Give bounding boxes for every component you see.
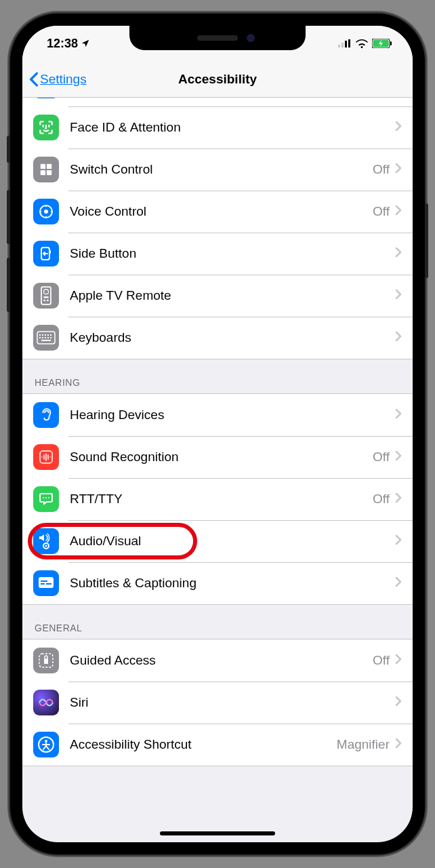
faceid-icon — [33, 115, 59, 140]
wifi-icon — [356, 39, 368, 48]
svg-point-33 — [45, 497, 47, 498]
chevron-right-icon — [395, 247, 413, 260]
settings-row-audio-visual[interactable]: Audio/Visual — [22, 520, 413, 562]
svg-rect-40 — [41, 580, 47, 582]
row-label: Sound Recognition — [70, 450, 373, 465]
switch-icon — [33, 157, 59, 182]
settings-row-guided-access[interactable]: Guided AccessOff — [22, 639, 413, 682]
chevron-right-icon — [395, 289, 413, 302]
settings-row-keyboards[interactable]: Keyboards — [22, 317, 413, 359]
chevron-right-icon — [395, 576, 413, 590]
settings-row-accessibility-shortcut[interactable]: Accessibility ShortcutMagnifier — [22, 724, 413, 766]
location-icon — [81, 39, 90, 48]
svg-rect-9 — [41, 170, 45, 175]
svg-rect-8 — [47, 164, 51, 169]
settings-row-sound-recognition[interactable]: Sound RecognitionOff — [22, 436, 413, 478]
svg-rect-28 — [47, 337, 49, 338]
home-indicator[interactable] — [160, 831, 275, 835]
svg-rect-39 — [46, 583, 51, 585]
svg-rect-0 — [338, 45, 340, 47]
svg-rect-18 — [47, 300, 48, 301]
row-value: Magnifier — [337, 737, 390, 752]
svg-point-32 — [43, 497, 44, 498]
svg-rect-17 — [44, 300, 45, 301]
chevron-right-icon — [395, 331, 413, 344]
svg-rect-3 — [348, 39, 350, 47]
tv-icon — [33, 283, 59, 309]
chevron-right-icon — [395, 408, 413, 422]
svg-rect-30 — [41, 340, 51, 341]
row-label: Guided Access — [70, 653, 373, 668]
section-header: GENERAL — [22, 605, 413, 639]
svg-rect-7 — [41, 164, 45, 169]
settings-row-apple-tv-remote[interactable]: Apple TV Remote — [22, 275, 413, 317]
audiovisual-icon — [33, 528, 59, 554]
battery-charging-icon — [372, 39, 392, 48]
settings-row-rtt-tty[interactable]: RTT/TTYOff — [22, 478, 413, 520]
svg-rect-22 — [45, 334, 46, 336]
svg-rect-27 — [45, 337, 46, 338]
guided-icon — [33, 648, 59, 673]
svg-point-12 — [44, 210, 48, 214]
row-label: RTT/TTY — [70, 492, 373, 507]
svg-rect-26 — [42, 337, 43, 338]
svg-rect-23 — [47, 334, 49, 336]
row-value: Off — [373, 492, 390, 507]
svg-point-45 — [45, 740, 47, 743]
siri-icon — [33, 690, 59, 715]
settings-row-hearing-devices[interactable]: Hearing Devices — [22, 394, 413, 436]
row-label: Switch Control — [70, 162, 373, 177]
settings-row-voice-control[interactable]: Voice ControlOff — [22, 191, 413, 233]
svg-rect-10 — [47, 170, 51, 175]
settings-row-switch-control[interactable]: Switch ControlOff — [22, 149, 413, 191]
row-label: Side Button — [70, 246, 395, 261]
svg-rect-24 — [50, 334, 51, 336]
svg-rect-37 — [39, 577, 54, 588]
ear-icon — [33, 402, 59, 428]
chevron-right-icon — [395, 121, 413, 134]
row-label: Apple TV Remote — [70, 288, 395, 303]
row-value: Off — [373, 450, 390, 465]
settings-row-side-button[interactable]: Side Button — [22, 233, 413, 275]
touch-icon — [33, 98, 59, 98]
shortcut-icon — [33, 732, 59, 757]
row-label: Accessibility Shortcut — [70, 737, 337, 752]
keyboard-icon — [33, 325, 59, 351]
section-header: HEARING — [22, 359, 413, 393]
svg-point-15 — [44, 290, 49, 294]
side-icon — [33, 241, 59, 267]
settings-list[interactable]: TouchFace ID & AttentionSwitch ControlOf… — [22, 98, 413, 842]
chevron-right-icon — [395, 163, 413, 176]
subtitles-icon — [33, 570, 59, 596]
status-time: 12:38 — [47, 37, 78, 51]
settings-row-face-id-attention[interactable]: Face ID & Attention — [22, 106, 413, 149]
cellular-icon — [338, 39, 352, 47]
svg-point-36 — [45, 545, 47, 547]
row-label: Voice Control — [70, 204, 373, 219]
row-value: Off — [373, 653, 390, 668]
navigation-bar: Settings Accessibility — [22, 61, 413, 98]
row-label: Siri — [70, 695, 395, 710]
back-label: Settings — [40, 72, 87, 87]
chevron-right-icon — [395, 654, 413, 667]
settings-row-siri[interactable]: Siri — [22, 682, 413, 724]
chevron-right-icon — [395, 696, 413, 709]
row-label: Face ID & Attention — [70, 120, 395, 135]
chevron-right-icon — [395, 205, 413, 218]
chevron-right-icon — [395, 450, 413, 464]
svg-rect-25 — [39, 337, 41, 338]
settings-row-subtitles-captioning[interactable]: Subtitles & Captioning — [22, 562, 413, 604]
svg-rect-16 — [44, 296, 49, 298]
rtt-icon — [33, 486, 59, 512]
svg-rect-20 — [39, 334, 41, 336]
row-value: Off — [373, 204, 390, 219]
chevron-right-icon — [395, 492, 413, 506]
settings-row-touch[interactable]: Touch — [22, 98, 413, 106]
svg-rect-6 — [390, 41, 392, 45]
row-label: Audio/Visual — [70, 534, 395, 549]
back-button[interactable]: Settings — [22, 72, 87, 87]
svg-rect-42 — [44, 658, 48, 664]
svg-rect-1 — [341, 43, 344, 47]
chevron-right-icon — [395, 738, 413, 751]
sound-icon — [33, 444, 59, 470]
